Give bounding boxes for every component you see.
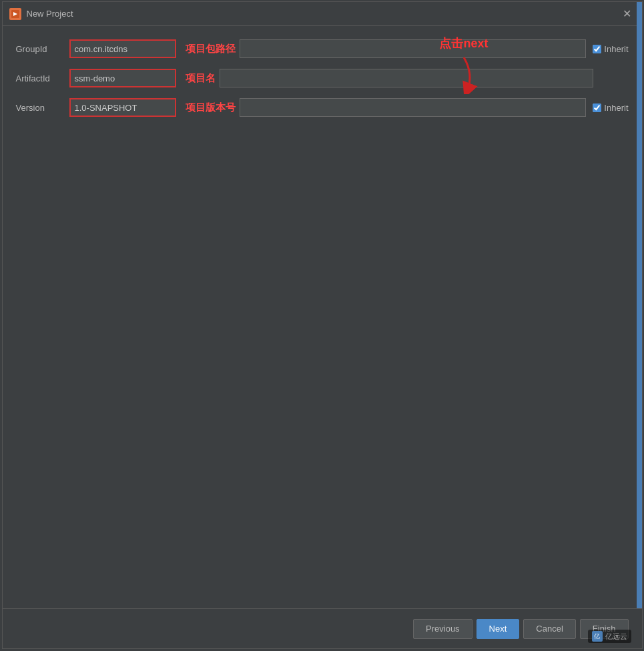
groupid-row: GroupId 项目包路径 Inherit	[16, 39, 629, 58]
artifactid-annotation: 项目名	[186, 72, 216, 85]
version-label: Version	[16, 103, 69, 113]
groupid-inherit-checkbox[interactable]	[593, 45, 601, 53]
groupid-annotation: 项目包路径	[186, 43, 236, 55]
version-input[interactable]	[69, 98, 176, 117]
watermark-text: 亿远云	[605, 632, 627, 642]
version-long-input[interactable]	[240, 98, 587, 117]
artifactid-label: ArtifactId	[16, 73, 69, 83]
groupid-long-input[interactable]	[240, 39, 587, 58]
title-bar: New Project ✕	[3, 2, 642, 26]
annotation-arrow-svg	[447, 54, 480, 94]
cancel-button[interactable]: Cancel	[523, 619, 575, 639]
artifactid-row: ArtifactId 项目名	[16, 69, 629, 87]
version-inherit-label[interactable]: Inherit	[593, 103, 628, 113]
dialog-title: New Project	[27, 9, 619, 19]
artifactid-input[interactable]	[69, 69, 176, 87]
groupid-input[interactable]	[69, 39, 176, 58]
click-next-annotation: 点击next	[439, 35, 488, 94]
previous-button[interactable]: Previous	[413, 619, 472, 639]
version-annotation: 项目版本号	[186, 101, 236, 114]
watermark-icon: 亿	[592, 631, 603, 642]
app-icon	[9, 8, 21, 20]
dialog-footer: Previous Next Cancel Finish	[3, 608, 642, 648]
groupid-label: GroupId	[16, 44, 69, 54]
next-button[interactable]: Next	[476, 619, 520, 639]
annotation-text: 点击next	[439, 35, 488, 51]
new-project-dialog: New Project ✕ GroupId 项目包路径 Inherit Arti…	[2, 1, 643, 649]
artifactid-long-input[interactable]	[220, 69, 593, 87]
watermark: 亿 亿远云	[588, 630, 631, 643]
version-inherit-checkbox[interactable]	[593, 103, 601, 112]
close-button[interactable]: ✕	[619, 6, 635, 22]
groupid-inherit-label[interactable]: Inherit	[593, 44, 628, 54]
dialog-content: GroupId 项目包路径 Inherit ArtifactId 项目名 Ver…	[3, 26, 642, 141]
version-row: Version 项目版本号 Inherit	[16, 98, 629, 117]
